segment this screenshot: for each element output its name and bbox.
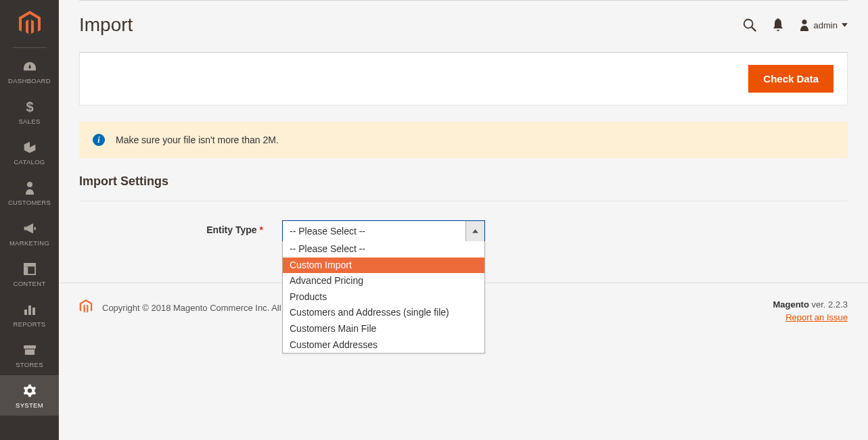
nav-label: Content	[13, 280, 45, 287]
report-issue-link[interactable]: Report an Issue	[785, 312, 848, 322]
nav-label: Dashboard	[8, 77, 51, 84]
entity-type-control: -- Please Select -- -- Please Select --C…	[282, 220, 485, 242]
nav-label: Sales	[18, 118, 40, 125]
import-settings-form: Entity Type* -- Please Select -- -- Plea…	[79, 220, 848, 283]
nav-label: Customers	[8, 199, 51, 206]
user-icon	[799, 19, 810, 31]
bar-chart-icon	[24, 301, 36, 318]
svg-rect-5	[24, 310, 27, 315]
nav-item-dashboard[interactable]: Dashboard	[0, 51, 59, 91]
entity-type-option[interactable]: Customers Main File	[283, 321, 484, 337]
select-value: -- Please Select --	[283, 226, 465, 237]
svg-rect-7	[32, 308, 35, 315]
version-text: ver. 2.2.3	[812, 299, 848, 310]
entity-type-field: Entity Type* -- Please Select -- -- Plea…	[79, 220, 848, 242]
alert-message: Make sure your file isn't more than 2M.	[116, 135, 279, 145]
page-header: Import admin	[79, 9, 848, 52]
search-icon	[742, 18, 757, 32]
magento-logo-icon	[18, 11, 41, 36]
nav-item-sales[interactable]: $ Sales	[0, 91, 59, 132]
svg-line-9	[751, 27, 755, 31]
entity-type-option[interactable]: Advanced Pricing	[283, 273, 484, 289]
entity-type-option[interactable]: Products	[283, 289, 484, 305]
search-button[interactable]	[742, 18, 757, 32]
sidebar: Dashboard $ Sales Catalog Customers Mark…	[0, 0, 59, 440]
person-icon	[25, 180, 35, 196]
nav-label: System	[16, 401, 43, 409]
nav-label: Stores	[16, 361, 43, 368]
svg-rect-4	[24, 266, 27, 274]
product-name: Magento	[773, 299, 808, 310]
entity-type-dropdown: -- Please Select --Custom ImportAdvanced…	[282, 241, 485, 353]
dollar-icon: $	[26, 99, 34, 115]
nav-item-customers[interactable]: Customers	[0, 172, 59, 213]
nav-item-catalog[interactable]: Catalog	[0, 132, 59, 172]
page-title: Import	[79, 14, 133, 36]
chevron-down-icon	[842, 23, 848, 27]
magento-logo-icon	[79, 299, 93, 314]
footer-right: Magento ver. 2.2.3 Report an Issue	[773, 299, 848, 322]
section-title: Import Settings	[79, 174, 848, 201]
svg-text:$: $	[26, 100, 33, 114]
nav-label: Reports	[14, 320, 46, 328]
chevron-up-icon	[472, 229, 478, 233]
nav-item-content[interactable]: Content	[0, 253, 59, 294]
divider	[79, 0, 848, 1]
info-icon: i	[93, 134, 105, 146]
entity-type-option[interactable]: Customer Addresses	[283, 337, 484, 353]
nav-item-stores[interactable]: Stores	[0, 335, 59, 375]
nav-item-system[interactable]: System	[0, 375, 59, 416]
notifications-button[interactable]	[772, 18, 784, 32]
entity-type-option[interactable]: Customers and Addresses (single file)	[283, 305, 484, 321]
check-data-button[interactable]: Check Data	[748, 65, 833, 93]
user-name: admin	[814, 20, 838, 30]
megaphone-icon	[23, 220, 37, 237]
toolbar: Check Data	[79, 52, 848, 105]
svg-rect-6	[28, 305, 31, 315]
bell-icon	[772, 18, 784, 32]
svg-point-8	[744, 20, 752, 28]
dashboard-icon	[22, 58, 37, 74]
entity-type-label: Entity Type*	[79, 220, 282, 235]
svg-point-10	[802, 20, 806, 24]
divider	[13, 47, 47, 48]
file-size-alert: i Make sure your file isn't more than 2M…	[79, 122, 848, 158]
store-icon	[23, 342, 37, 358]
nav-list: Dashboard $ Sales Catalog Customers Mark…	[0, 51, 59, 416]
entity-type-select[interactable]: -- Please Select --	[282, 220, 485, 242]
nav-item-marketing[interactable]: Marketing	[0, 213, 59, 253]
main-content: Import admin Check Data i Make sure yo	[59, 0, 868, 440]
nav-label: Catalog	[14, 158, 45, 166]
magento-logo-small	[79, 299, 93, 316]
entity-type-option[interactable]: Custom Import	[283, 258, 484, 274]
nav-item-reports[interactable]: Reports	[0, 294, 59, 335]
header-actions: admin	[742, 18, 848, 32]
user-menu[interactable]: admin	[799, 19, 848, 31]
nav-label: Marketing	[9, 239, 49, 247]
box-icon	[23, 139, 37, 155]
svg-rect-3	[24, 264, 35, 267]
gear-icon	[23, 383, 37, 399]
select-toggle[interactable]	[465, 221, 484, 241]
layout-icon	[24, 261, 36, 277]
required-indicator: *	[260, 224, 263, 235]
svg-point-1	[27, 182, 32, 187]
entity-type-option[interactable]: -- Please Select --	[283, 241, 484, 258]
magento-logo[interactable]	[0, 0, 59, 47]
